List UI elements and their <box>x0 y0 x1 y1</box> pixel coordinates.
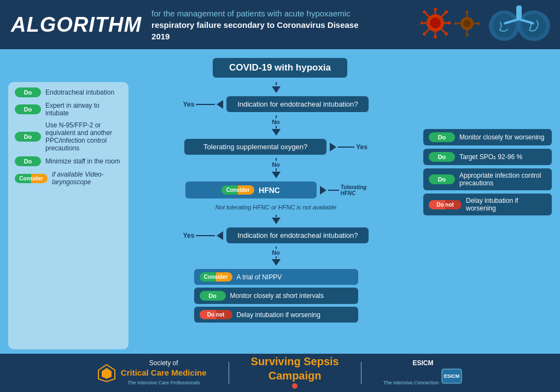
svg-line-10 <box>425 13 429 17</box>
header-subtitle: for the management of patients with acut… <box>151 8 370 42</box>
svg-line-14 <box>425 29 429 33</box>
footer: Society of Critical Care Medicine The In… <box>0 354 560 392</box>
svg-marker-36 <box>102 368 112 379</box>
svg-point-19 <box>463 20 471 27</box>
svg-point-13 <box>445 10 448 14</box>
arrow-right-1 <box>330 143 336 151</box>
no-label-3: No <box>272 249 280 256</box>
yes-label-1: Yes <box>183 101 195 108</box>
do-badge-4: Do <box>15 156 41 166</box>
consider-badge-1: Consider <box>15 174 48 183</box>
right-panel: Do Monitor closely for worsening Do Targ… <box>423 82 552 349</box>
right-donot-badge: Do not <box>429 200 462 209</box>
small-virus-icon <box>453 10 481 37</box>
left-item-4: Do Minimize staff in the room <box>15 156 122 166</box>
tolerating-hfnc-label: ToleratingHFNC <box>341 184 367 196</box>
right-item-1-text: Monitor closely for worsening <box>459 133 544 141</box>
right-item-3-text: Appropriate infection control precaution… <box>459 172 546 187</box>
ssc-org: Surviving Sepsis Campaign <box>251 354 339 392</box>
svg-point-27 <box>477 22 480 25</box>
consider-badge-nippv: Consider <box>200 272 232 282</box>
arrow-line-1 <box>276 82 277 85</box>
arrow-left-2 <box>217 231 223 240</box>
left-item-2: Do Expert in airway to intubate <box>15 102 122 117</box>
header-images <box>421 3 555 44</box>
left-item-2-text: Expert in airway to intubate <box>45 102 122 117</box>
right-item-4-text: Delay intubation if worsening <box>466 197 546 212</box>
svg-point-21 <box>466 10 469 13</box>
right-item-3: Do Appropriate infection control precaut… <box>423 168 552 190</box>
left-panel: Do Endotracheal intubation Do Expert in … <box>8 82 129 349</box>
consider-nippv-row: Consider A trial of NIPPV <box>194 269 358 285</box>
hfnc-row: Consider HFNC ToleratingHFNC <box>134 182 418 198</box>
arrow-down-1 <box>272 86 281 93</box>
right-item-2-text: Target SPO₂ 92-96 % <box>459 153 522 161</box>
bottom-boxes: Consider A trial of NIPPV Do Monitor clo… <box>194 269 358 323</box>
svg-point-37 <box>292 383 298 389</box>
yes-line-1 <box>196 104 215 105</box>
do-badge-monitor: Do <box>200 291 226 301</box>
q3-box: Indication for endotracheal intubation? <box>226 227 369 243</box>
q2-row: Tolerating supplemental oxygen? Yes <box>134 139 418 155</box>
virus-icon <box>421 8 451 38</box>
svg-point-25 <box>454 22 457 25</box>
svg-point-15 <box>423 32 426 36</box>
do-badge-3: Do <box>15 132 41 142</box>
do-badge-1: Do <box>15 87 41 97</box>
hfnc-text: HFNC <box>259 186 280 195</box>
sccm-org: Society of Critical Care Medicine The In… <box>97 359 207 387</box>
svg-point-23 <box>466 33 469 36</box>
svg-point-17 <box>445 32 448 36</box>
donot-delay-row: Do not Delay intubation if worsening <box>194 307 358 323</box>
left-item-4-text: Minimize staff in the room <box>45 157 120 165</box>
sccm-logo-icon <box>97 364 116 383</box>
no-label-1: No <box>272 119 280 125</box>
svg-point-29 <box>493 14 515 38</box>
sccm-text: Society of Critical Care Medicine The In… <box>121 359 207 387</box>
svg-point-3 <box>434 8 437 10</box>
divider-2 <box>361 362 361 384</box>
q3-row: Yes Indication for endotracheal intubati… <box>134 227 418 243</box>
svg-point-1 <box>430 17 441 28</box>
hfnc-box: Consider HFNC <box>185 182 317 198</box>
right-item-4: Do not Delay intubation if worsening <box>423 194 552 215</box>
left-item-5-text: if available Video-laryngoscope <box>52 171 122 186</box>
right-do-badge-1: Do <box>429 132 455 142</box>
ssc-title: Surviving Sepsis Campaign <box>251 354 339 383</box>
divider-1 <box>229 362 229 384</box>
ssc-dot-icon <box>291 383 298 389</box>
do-monitor-row: Do Monitor closely at short intervals <box>194 288 358 304</box>
svg-point-11 <box>423 10 426 14</box>
svg-point-5 <box>434 36 437 38</box>
do-badge-2: Do <box>15 104 41 114</box>
monitor-text: Monitor closely at short intervals <box>230 292 324 300</box>
svg-text:ESICM: ESICM <box>444 373 460 379</box>
right-do-badge-2: Do <box>429 152 455 162</box>
header: ALGORITHM for the management of patients… <box>0 0 560 49</box>
left-item-1-text: Endotracheal intubation <box>45 89 114 96</box>
esicm-logo-icon: ESICM <box>441 368 463 384</box>
no-label-2: No <box>272 161 280 168</box>
left-item-5: Consider if available Video-laryngoscope <box>15 171 122 186</box>
nippv-text: A trial of NIPPV <box>237 273 282 281</box>
svg-point-7 <box>421 21 423 25</box>
arrow-left-1 <box>217 100 223 109</box>
svg-rect-32 <box>516 5 522 19</box>
q1-row: Yes Indication for endotracheal intubati… <box>134 96 418 112</box>
right-item-2: Do Target SPO₂ 92-96 % <box>423 149 552 165</box>
yes-label-3: Yes <box>183 232 195 239</box>
left-item-3-text: Use N-95/FFP-2 or equivalent and another… <box>45 121 122 152</box>
left-item-3: Do Use N-95/FFP-2 or equivalent and anot… <box>15 121 122 152</box>
q2-box: Tolerating supplemental oxygen? <box>184 139 326 155</box>
algorithm-title: ALGORITHM <box>11 13 142 37</box>
no-group-1: No <box>272 115 281 136</box>
esicm-org: ESICM The Intensive Connection ESICM <box>383 359 463 387</box>
yes-label-2: Yes <box>356 143 368 151</box>
delay-text: Delay intubation if worsening <box>237 311 320 319</box>
lungs-icon <box>483 3 555 44</box>
q1-box: Indication for endotracheal intubation? <box>226 96 369 112</box>
right-do-badge-3: Do <box>429 174 455 184</box>
svg-line-12 <box>441 13 445 17</box>
center-panel: Yes Indication for endotracheal intubati… <box>134 82 418 349</box>
consider-badge-hfnc: Consider <box>221 185 254 195</box>
